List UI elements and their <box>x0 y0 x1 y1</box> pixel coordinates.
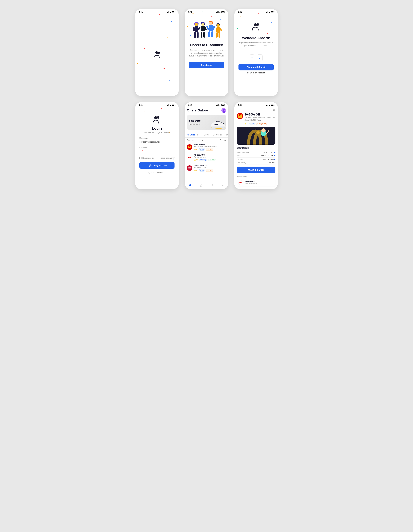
related-title: Related Offers <box>234 175 278 179</box>
offer-title-2: 40-60% OFF <box>194 154 226 156</box>
svg-point-0 <box>155 51 158 54</box>
offer-tags-3: ⭐ 4.1 Food 11 Days <box>194 169 226 172</box>
detail-val-phone: +1 532-512-5125 <box>261 155 275 157</box>
screen-login: 9:41 ▲ ← Login Welcome back, lo <box>135 102 179 189</box>
offer-tags-1: ⭐ 4.5 Food 15 Days <box>194 148 226 151</box>
tab-electronics[interactable]: Electronics <box>213 133 222 137</box>
rating-tag-3: ⭐ 4.1 <box>194 170 198 171</box>
home-icon <box>188 183 192 187</box>
detail-val-validity: Dec, 2018 <box>268 162 275 163</box>
wifi-icon: ▲ <box>169 11 171 13</box>
related-logo-text: H&M <box>239 182 243 183</box>
status-bar: 9:41 ▲ <box>185 102 228 107</box>
login-subtitle: Welcome back, login to continue! <box>139 132 175 133</box>
nike-shoe-svg <box>208 117 226 130</box>
login-account-button-welcome[interactable]: Login to my Account <box>238 70 274 75</box>
tab-food[interactable]: Food <box>197 133 201 137</box>
back-nav: ← <box>139 108 175 113</box>
status-bar: 9:41 ▲ <box>234 102 278 107</box>
top-row: 9:41 ▲ <box>135 9 278 96</box>
time: 9:41 <box>188 11 192 13</box>
username-label: Username <box>139 137 175 139</box>
signal-icon <box>167 11 169 13</box>
svg-rect-39 <box>216 122 220 124</box>
wifi-icon: ▲ <box>219 104 221 106</box>
facebook-button[interactable]: f <box>250 54 254 61</box>
nav-favorites[interactable] <box>199 183 203 187</box>
battery-icon <box>221 11 225 13</box>
figure-svg-4 <box>214 23 222 41</box>
password-input[interactable] <box>139 149 175 153</box>
offer-card-bk[interactable]: 40% Cashback For Repeat Orders ⭐ 4.1 Foo… <box>185 163 228 173</box>
password-group: Password <box>139 146 175 153</box>
remember-checkbox[interactable] <box>139 157 141 159</box>
filter-button[interactable]: Filters ≡ <box>220 139 226 141</box>
get-started-button[interactable]: Get started <box>189 62 224 68</box>
svg-rect-13 <box>201 26 205 31</box>
nav-settings[interactable] <box>221 183 225 187</box>
detail-key-website: Website <box>237 158 243 160</box>
detail-row-phone: Phone +1 532-512-5125 <box>237 154 275 158</box>
hero-banner[interactable]: 25% OFF Exclusive Offer <box>187 115 226 130</box>
days-tag-2: 12 Days <box>208 159 216 161</box>
login-content: ← Login Welcome back, login to continue!… <box>135 107 179 189</box>
detail-tags: ⭐ 4.5 Food 15 Days Left <box>244 123 275 125</box>
back-arrow-icon[interactable]: ← <box>139 110 142 113</box>
battery-icon <box>271 104 274 106</box>
logo-svg <box>152 50 161 59</box>
svg-rect-8 <box>193 27 195 31</box>
svg-rect-27 <box>216 27 220 33</box>
offer-sub-2: For first time users <box>194 156 226 158</box>
svg-point-12 <box>201 23 204 26</box>
welcome-logo-svg <box>251 23 261 31</box>
svg-rect-28 <box>216 33 218 38</box>
splash-content <box>135 14 179 96</box>
status-icons: ▲ <box>167 104 175 106</box>
welcome-logo <box>251 23 261 31</box>
battery-icon <box>172 11 175 13</box>
days-tag-3: 11 Days <box>206 169 214 172</box>
nav-home[interactable] <box>188 183 192 187</box>
tab-clothing[interactable]: Clothing <box>204 133 210 137</box>
bookmark-icon[interactable]: ☆ <box>273 108 275 112</box>
google-button[interactable]: G <box>257 54 263 61</box>
related-offer-info: 40-60% OFF For first time users <box>245 181 257 184</box>
offers-title: Offers Galore <box>187 108 208 112</box>
tab-home[interactable]: Home <box>224 133 228 137</box>
offer-detail-content: ← ☆ 10-50% Off Flat discounts on every f… <box>234 107 278 189</box>
signup-link[interactable]: Signup for New Account <box>139 170 175 175</box>
time: 9:41 <box>188 104 192 106</box>
svg-point-47 <box>211 184 213 186</box>
forgot-password-link[interactable]: Forgot password? <box>160 157 175 159</box>
offer-details-title: Offer Details <box>237 147 275 149</box>
welcome-subtitle: Signup to get started with the app. Logi… <box>238 41 274 47</box>
offer-card-hm[interactable]: H&M 40-60% OFF For first time users ⭐ 4.… <box>185 152 228 163</box>
offer-card-mcdonalds[interactable]: 10-40% OFF Flat Discounts on Every purch… <box>185 142 228 152</box>
spacer <box>185 173 228 182</box>
status-bar: 9:41 ▲ <box>234 9 278 14</box>
username-group: Username <box>139 137 175 144</box>
nav-search[interactable] <box>210 183 214 187</box>
svg-rect-14 <box>201 32 202 38</box>
rating-value-1: 4.5 <box>196 149 198 150</box>
offers-content: Offers Galore 25% OFF Exclusive Offer <box>185 107 228 189</box>
burger-king-icon <box>188 166 192 170</box>
hero-sub: Exclusive Offer <box>189 123 200 125</box>
remember-row: Remember me Forgot password? <box>139 157 175 159</box>
back-arrow-icon[interactable]: ← <box>237 108 240 112</box>
svg-point-18 <box>209 22 212 25</box>
related-offer-card[interactable]: H&M 40-60% OFF For first time users <box>237 179 275 187</box>
signal-icon <box>266 11 268 13</box>
screen-offers: 9:41 ▲ Offers Galore <box>185 102 228 189</box>
screen-splash: 9:41 ▲ <box>135 9 179 96</box>
username-input[interactable] <box>139 140 175 144</box>
detail-image-svg <box>237 127 275 145</box>
signup-email-button[interactable]: Signup with E-mail <box>238 64 274 70</box>
time: 9:41 <box>238 11 242 13</box>
login-button[interactable]: Login to my Account <box>139 162 175 169</box>
figure-svg-2 <box>199 21 207 41</box>
claim-offer-button[interactable]: Claim this Offer <box>237 167 275 173</box>
login-logo-svg <box>152 116 161 124</box>
offer-title-3: 40% Cashback <box>194 164 226 167</box>
tab-all-offers[interactable]: All Offers <box>187 133 195 137</box>
